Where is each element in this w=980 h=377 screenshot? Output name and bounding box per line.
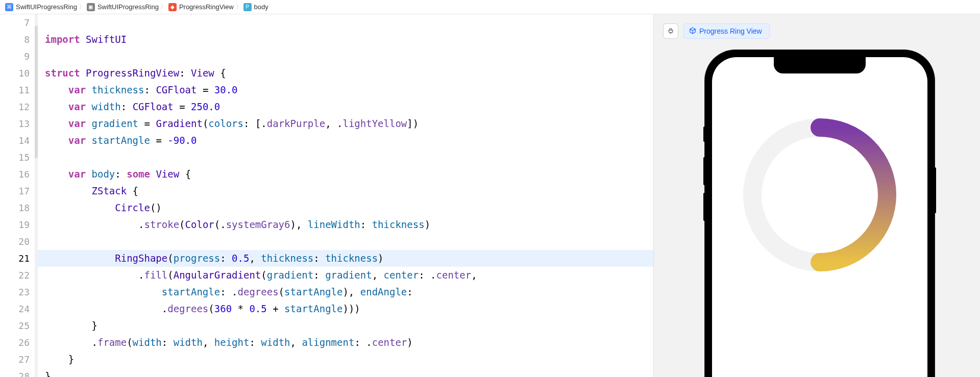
line-number: 25 (0, 317, 30, 334)
preview-title-pill[interactable]: Progress Ring View (683, 23, 770, 39)
code-content[interactable]: import SwiftUI struct ProgressRingView: … (35, 14, 477, 377)
device-notch (774, 57, 866, 73)
code-line[interactable] (45, 14, 477, 31)
code-line[interactable]: Circle() (45, 199, 477, 216)
line-number: 21 (0, 250, 30, 267)
line-number: 18 (0, 199, 30, 216)
app-icon: ⌘ (5, 3, 13, 11)
minimap-thumb[interactable] (35, 26, 38, 158)
breadcrumb: ⌘ SwiftUIProgressRing 〉 ▣ SwiftUIProgres… (0, 0, 980, 14)
line-number: 15 (0, 149, 30, 166)
device-screen[interactable] (712, 57, 927, 377)
progress-ring-view (743, 118, 896, 271)
code-line[interactable]: var gradient = Gradient(colors: [.darkPu… (45, 115, 477, 132)
pin-icon (667, 28, 674, 35)
line-number: 26 (0, 334, 30, 351)
property-icon: P (243, 3, 252, 11)
breadcrumb-folder[interactable]: ▣ SwiftUIProgressRing (87, 3, 159, 11)
line-number: 13 (0, 115, 30, 132)
preview-toolbar: Progress Ring View (663, 23, 770, 39)
breadcrumb-project[interactable]: ⌘ SwiftUIProgressRing (5, 3, 77, 11)
code-line[interactable]: RingShape(progress: 0.5, thickness: thic… (45, 250, 477, 267)
breadcrumb-label: SwiftUIProgressRing (16, 3, 77, 11)
line-number: 17 (0, 183, 30, 199)
line-number: 7 (0, 14, 30, 31)
code-line[interactable]: } (45, 368, 477, 377)
code-line[interactable] (45, 149, 477, 166)
device-volume-up (703, 157, 706, 185)
device-side-button (934, 167, 936, 213)
swift-icon: ◆ (168, 3, 177, 11)
line-number: 28 (0, 368, 30, 377)
code-line[interactable]: .fill(AngularGradient(gradient: gradient… (45, 267, 477, 284)
code-line[interactable] (45, 48, 477, 65)
device-frame (705, 50, 935, 377)
code-line[interactable]: ZStack { (45, 183, 477, 199)
code-line[interactable]: struct ProgressRingView: View { (45, 65, 477, 82)
code-line[interactable]: .stroke(Color(.systemGray6), lineWidth: … (45, 216, 477, 233)
code-line[interactable]: var body: some View { (45, 166, 477, 183)
folder-icon: ▣ (87, 3, 95, 11)
breadcrumb-label: SwiftUIProgressRing (97, 3, 159, 11)
code-line[interactable]: var startAngle = -90.0 (45, 132, 477, 149)
chevron-right-icon: 〉 (236, 3, 241, 11)
line-number: 23 (0, 284, 30, 300)
workspace: 7891011121314151617181920212223242526272… (0, 14, 980, 377)
code-line[interactable] (45, 233, 477, 250)
line-number: 12 (0, 98, 30, 115)
breadcrumb-label: ProgressRingView (179, 3, 234, 11)
code-line[interactable]: } (45, 317, 477, 334)
pin-preview-button[interactable] (663, 23, 678, 39)
line-number: 19 (0, 216, 30, 233)
breadcrumb-label: body (254, 3, 268, 11)
device-volume-down (703, 193, 706, 221)
code-line[interactable]: .degrees(360 * 0.5 + startAngle))) (45, 300, 477, 317)
chevron-right-icon: 〉 (161, 3, 166, 11)
line-number-gutter: 7891011121314151617181920212223242526272… (0, 14, 35, 377)
chevron-right-icon: 〉 (79, 3, 85, 11)
code-editor[interactable]: 7891011121314151617181920212223242526272… (0, 14, 653, 377)
line-number: 20 (0, 233, 30, 250)
line-number: 27 (0, 351, 30, 368)
code-line[interactable]: var width: CGFloat = 250.0 (45, 98, 477, 115)
code-line[interactable]: var thickness: CGFloat = 30.0 (45, 82, 477, 98)
breadcrumb-file[interactable]: ◆ ProgressRingView (168, 3, 234, 11)
line-number: 24 (0, 300, 30, 317)
device-mute-switch (703, 127, 706, 142)
view-icon (689, 27, 696, 36)
line-number: 16 (0, 166, 30, 183)
preview-title: Progress Ring View (699, 27, 762, 35)
line-number: 14 (0, 132, 30, 149)
preview-canvas: Progress Ring View (653, 14, 980, 377)
code-line[interactable]: startAngle: .degrees(startAngle), endAng… (45, 284, 477, 300)
line-number: 8 (0, 31, 30, 48)
ring-progress (820, 128, 887, 262)
line-number: 9 (0, 48, 30, 65)
code-line[interactable]: } (45, 351, 477, 368)
line-number: 22 (0, 267, 30, 284)
code-line[interactable]: .frame(width: width, height: width, alig… (45, 334, 477, 351)
line-number: 11 (0, 82, 30, 98)
breadcrumb-symbol[interactable]: P body (243, 3, 268, 11)
line-number: 10 (0, 65, 30, 82)
code-line[interactable]: import SwiftUI (45, 31, 477, 48)
